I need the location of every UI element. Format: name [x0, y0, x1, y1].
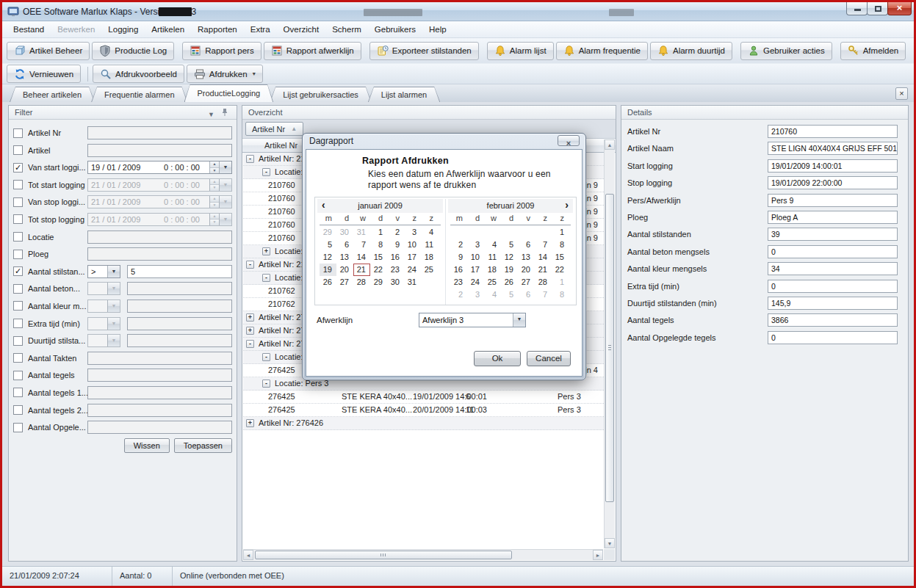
- expander-icon[interactable]: -: [246, 261, 254, 269]
- calendar-day[interactable]: 19: [501, 264, 518, 276]
- calendar-day[interactable]: 20: [518, 264, 535, 276]
- expander-icon[interactable]: -: [246, 155, 254, 163]
- calendar-day[interactable]: 10: [467, 251, 484, 264]
- checkbox-van-start-loggi[interactable]: ✓: [13, 163, 23, 173]
- menu-item-artikelen[interactable]: Artikelen: [145, 21, 191, 37]
- calendar-day[interactable]: 8: [552, 288, 569, 301]
- calendar-day[interactable]: 15: [552, 251, 569, 264]
- filter-input-artikel-nr[interactable]: [87, 126, 232, 139]
- calendar-day[interactable]: 12: [501, 251, 518, 264]
- afwerklijn-select[interactable]: Afwerklijn 3 ▼: [419, 313, 526, 327]
- tab-productielogging[interactable]: ProductieLogging: [184, 84, 274, 102]
- expander-icon[interactable]: +: [246, 327, 254, 335]
- calendar-day[interactable]: 1: [370, 226, 387, 239]
- calendar-day[interactable]: 14: [535, 251, 552, 264]
- calendar-day[interactable]: 9: [450, 251, 467, 264]
- calendar-day[interactable]: 28: [535, 276, 552, 288]
- checkbox-locatie[interactable]: [13, 232, 23, 242]
- calendar-day[interactable]: 10: [404, 239, 421, 251]
- calendar-day[interactable]: 18: [421, 251, 438, 264]
- calendar-day[interactable]: 4: [484, 239, 501, 251]
- details-value-artikel-nr[interactable]: 210760: [768, 125, 898, 138]
- calendar-day[interactable]: 7: [353, 239, 370, 251]
- calendar-day[interactable]: 2: [450, 288, 467, 301]
- checkbox-aantal-takten[interactable]: [13, 353, 23, 363]
- details-value-aantal-beton-mengsels[interactable]: 0: [768, 245, 898, 258]
- cancel-button[interactable]: Cancel: [527, 351, 571, 366]
- calendar-day[interactable]: 21: [535, 264, 552, 276]
- checkbox-aantal-kleur-m[interactable]: [13, 301, 23, 311]
- calendar-day[interactable]: 5: [501, 288, 518, 301]
- calendar-day[interactable]: 30: [387, 276, 404, 288]
- calendar-day[interactable]: 25: [421, 264, 438, 276]
- calendar-day[interactable]: 4: [421, 226, 438, 239]
- calendar-day[interactable]: 26: [501, 276, 518, 288]
- details-value-aantal-opgelegde-tegels[interactable]: 0: [768, 331, 898, 344]
- maximize-button[interactable]: [867, 2, 888, 15]
- calendar-day[interactable]: 29: [320, 226, 336, 239]
- calendar-day[interactable]: 6: [518, 288, 535, 301]
- details-value-aantal-stilstanden[interactable]: 39: [768, 228, 898, 241]
- filter-input-aantal-takten[interactable]: [87, 352, 232, 365]
- spinner-buttons[interactable]: ▲▼: [209, 161, 219, 173]
- calendar-day[interactable]: 28: [353, 276, 370, 288]
- checkbox-aantal-stilstan[interactable]: ✓: [13, 266, 23, 276]
- toolbar-button-alarm-duurtijd[interactable]: Alarm duurtijd: [650, 42, 732, 60]
- toolbar-button-afdrukken[interactable]: Afdrukken▾: [187, 65, 263, 83]
- apply-filter-button[interactable]: Toepassen: [174, 438, 232, 453]
- checkbox-aantal-tegels[interactable]: [13, 371, 23, 380]
- calendar-day[interactable]: 5: [320, 239, 336, 251]
- group-by-chip[interactable]: Artikel Nr ▲: [245, 122, 303, 136]
- expander-icon[interactable]: +: [246, 313, 254, 322]
- details-value-extra-tijd-min[interactable]: 0: [768, 280, 898, 293]
- tab-close-button[interactable]: ×: [895, 87, 908, 100]
- details-value-stop-logging[interactable]: 19/01/2009 22:00:00: [768, 176, 898, 189]
- toolbar-button-productie-log[interactable]: Productie Log: [92, 42, 174, 60]
- dropdown-arrow-icon[interactable]: ▼: [219, 196, 231, 208]
- calendar-day[interactable]: 24: [404, 264, 421, 276]
- titlebar[interactable]: OEE Software Marlux Klaps - Versie: 2.0.…: [2, 2, 914, 21]
- grid-data-row[interactable]: 276425STE KERA 40x40...20/01/2009 14:00:…: [243, 404, 604, 417]
- chevron-down-icon[interactable]: ▼: [208, 108, 214, 121]
- calendar-day[interactable]: 7: [535, 239, 552, 251]
- menu-item-extra[interactable]: Extra: [244, 21, 277, 37]
- filter-datetime-van-stop-loggi[interactable]: 21 / 01 / 20090 : 00 : 00▲▼▼: [87, 195, 232, 208]
- checkbox-aantal-tegels-1[interactable]: [13, 388, 23, 397]
- details-value-aantal-kleur-mengsels[interactable]: 34: [768, 262, 898, 275]
- toolbar-button-gebruiker-acties[interactable]: Gebruiker acties: [740, 42, 832, 60]
- details-value-start-logging[interactable]: 19/01/2009 14:00:01: [768, 159, 898, 173]
- details-value-ploeg[interactable]: Ploeg A: [768, 211, 898, 224]
- calendar-day[interactable]: 13: [518, 251, 535, 264]
- details-value-pers-afwerklijn[interactable]: Pers 9: [768, 194, 898, 207]
- prev-month-icon[interactable]: ‹: [322, 199, 325, 211]
- calendar-day[interactable]: 8: [552, 239, 569, 251]
- checkbox-artikel[interactable]: [13, 145, 23, 155]
- calendar-day[interactable]: 24: [467, 276, 484, 288]
- calendar-day[interactable]: 4: [484, 288, 501, 301]
- calendar-day[interactable]: 9: [387, 239, 404, 251]
- checkbox-tot-start-logging[interactable]: [13, 180, 23, 189]
- filter-operator-aantal-beton[interactable]: ▼: [87, 282, 120, 295]
- checkbox-aantal-opgele[interactable]: [13, 423, 23, 432]
- vertical-scrollbar[interactable]: ▲ ▼: [604, 139, 615, 548]
- calendar-day[interactable]: 1: [552, 276, 569, 288]
- calendar-day[interactable]: 26: [320, 276, 336, 288]
- calendar-day[interactable]: 31: [353, 226, 370, 239]
- filter-input-aantal-kleur-m[interactable]: [127, 300, 232, 313]
- expander-icon[interactable]: -: [246, 340, 254, 348]
- filter-operator-aantal-stilstan[interactable]: >▼: [87, 265, 120, 278]
- filter-input-ploeg[interactable]: [87, 247, 232, 261]
- scroll-up-icon[interactable]: ▲: [605, 139, 615, 150]
- menu-item-bewerken[interactable]: Bewerken: [51, 21, 101, 37]
- menu-item-gebruikers[interactable]: Gebruikers: [368, 21, 422, 37]
- spinner-buttons[interactable]: ▲▼: [209, 179, 219, 191]
- calendar-day[interactable]: 23: [387, 264, 404, 276]
- horizontal-scrollbar[interactable]: ◄ ►: [243, 549, 603, 560]
- expander-icon[interactable]: -: [262, 353, 270, 361]
- close-button[interactable]: ×: [887, 2, 912, 15]
- toolbar-button-rapport-pers[interactable]: Rapport pers: [182, 42, 261, 60]
- calendar-day[interactable]: 22: [370, 264, 387, 276]
- horizontal-scroll-thumb[interactable]: [255, 551, 512, 559]
- scroll-down-icon[interactable]: ▼: [605, 538, 615, 548]
- dropdown-arrow-icon[interactable]: ▼: [219, 179, 231, 191]
